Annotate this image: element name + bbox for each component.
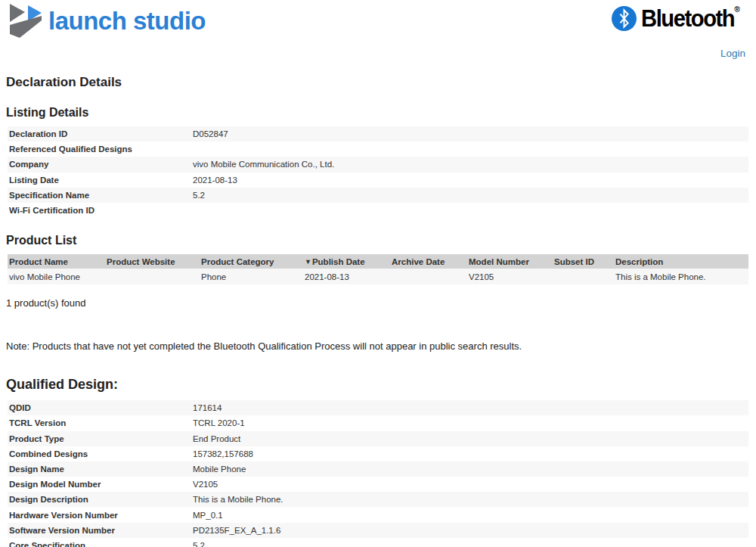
row-label: TCRL Version (8, 418, 193, 427)
table-row: Design Description This is a Mobile Phon… (8, 492, 748, 507)
model-number-cell: V2105 (469, 272, 554, 281)
table-row: QDID 171614 (8, 400, 748, 415)
column-header-model-number[interactable]: Model Number (469, 257, 554, 266)
row-value: TCRL 2020-1 (193, 418, 748, 427)
column-header-publish-date[interactable]: ▼Publish Date (305, 257, 392, 266)
product-table: Product Name Product Website Product Cat… (8, 254, 748, 284)
table-row: TCRL Version TCRL 2020-1 (8, 415, 748, 430)
sort-desc-icon: ▼ (305, 258, 311, 266)
column-header-subset-id[interactable]: Subset ID (554, 257, 615, 266)
product-category-cell: Phone (201, 272, 305, 281)
row-label: Wi-Fi Certification ID (8, 206, 193, 215)
launch-studio-wordmark: launch studio (48, 7, 206, 36)
table-row: Software Version Number PD2135F_EX_A_1.1… (8, 523, 748, 538)
row-value: This is a Mobile Phone. (193, 495, 748, 504)
row-label: Core Specification (8, 541, 193, 547)
listing-details-title: Listing Details (6, 106, 756, 120)
row-label: Design Model Number (8, 480, 193, 489)
table-row: Hardware Version Number MP_0.1 (8, 507, 748, 522)
column-header-product-category[interactable]: Product Category (201, 257, 305, 266)
table-row: Product Type End Product (8, 431, 748, 446)
table-row: Specification Name 5.2 (8, 188, 748, 203)
row-label: Product Type (8, 434, 193, 443)
qualification-note: Note: Products that have not yet complet… (6, 340, 756, 352)
product-name-cell: vivo Mobile Phone (8, 272, 107, 281)
row-label: Software Version Number (8, 526, 193, 535)
row-label: Declaration ID (8, 129, 193, 138)
registered-trademark-symbol: ® (735, 5, 739, 14)
bluetooth-wordmark: Bluetooth® (641, 5, 739, 33)
row-label: Listing Date (8, 176, 193, 185)
product-table-header: Product Name Product Website Product Cat… (8, 254, 748, 269)
product-count: 1 product(s) found (6, 297, 756, 309)
page-title: Declaration Details (6, 75, 756, 90)
qualified-design-table: QDID 171614 TCRL Version TCRL 2020-1 Pro… (8, 400, 748, 547)
table-row: Combined Designs 157382,157688 (8, 446, 748, 462)
row-label: Referenced Qualified Designs (8, 145, 193, 154)
table-row: Referenced Qualified Designs (8, 141, 748, 157)
launch-studio-logo-icon (8, 3, 44, 39)
top-bar: launch studio Bluetooth® (0, 0, 756, 39)
table-row: Company vivo Mobile Communication Co., L… (8, 157, 748, 172)
publish-date-cell: 2021-08-13 (305, 272, 392, 281)
bluetooth-brand[interactable]: Bluetooth® (612, 3, 745, 33)
column-header-product-website[interactable]: Product Website (107, 257, 201, 266)
table-row: Core Specification 5.2 (8, 538, 748, 547)
column-header-archive-date[interactable]: Archive Date (392, 257, 469, 266)
table-row: Design Model Number V2105 (8, 477, 748, 492)
table-row: Design Name Mobile Phone (8, 462, 748, 477)
table-row: Wi-Fi Certification ID (8, 203, 748, 218)
table-row: Listing Date 2021-08-13 (8, 172, 748, 188)
row-label: Combined Designs (8, 449, 193, 458)
product-row: vivo Mobile Phone Phone 2021-08-13 V2105… (8, 269, 748, 284)
bluetooth-logo-icon (612, 6, 637, 31)
row-value: MP_0.1 (193, 511, 748, 520)
row-value: 5.2 (193, 541, 748, 547)
login-bar: Login (0, 46, 756, 60)
row-value: D052847 (193, 129, 748, 138)
qualified-design-title: Qualified Design: (6, 377, 756, 393)
product-list-title: Product List (6, 234, 756, 247)
row-value: 171614 (193, 403, 748, 412)
row-label: Design Name (8, 465, 193, 474)
listing-details-table: Declaration ID D052847 Referenced Qualif… (8, 126, 748, 218)
launch-studio-logo[interactable]: launch studio (8, 3, 206, 39)
row-value: 157382,157688 (193, 449, 748, 458)
row-value: vivo Mobile Communication Co., Ltd. (193, 160, 748, 169)
column-header-product-name[interactable]: Product Name (8, 257, 107, 266)
row-value: Mobile Phone (193, 465, 748, 474)
row-label: QDID (8, 403, 193, 412)
row-label: Design Description (8, 495, 193, 504)
row-value: 2021-08-13 (193, 176, 748, 185)
row-value: 5.2 (193, 191, 748, 200)
row-label: Hardware Version Number (8, 511, 193, 520)
row-value: PD2135F_EX_A_1.1.6 (193, 526, 748, 535)
row-value: V2105 (193, 480, 748, 489)
column-header-description[interactable]: Description (615, 257, 748, 266)
description-cell: This is a Mobile Phone. (615, 272, 748, 281)
table-row: Declaration ID D052847 (8, 126, 748, 141)
row-value: End Product (193, 434, 748, 443)
row-label: Company (8, 160, 193, 169)
row-label: Specification Name (8, 191, 193, 200)
login-link[interactable]: Login (720, 48, 745, 59)
